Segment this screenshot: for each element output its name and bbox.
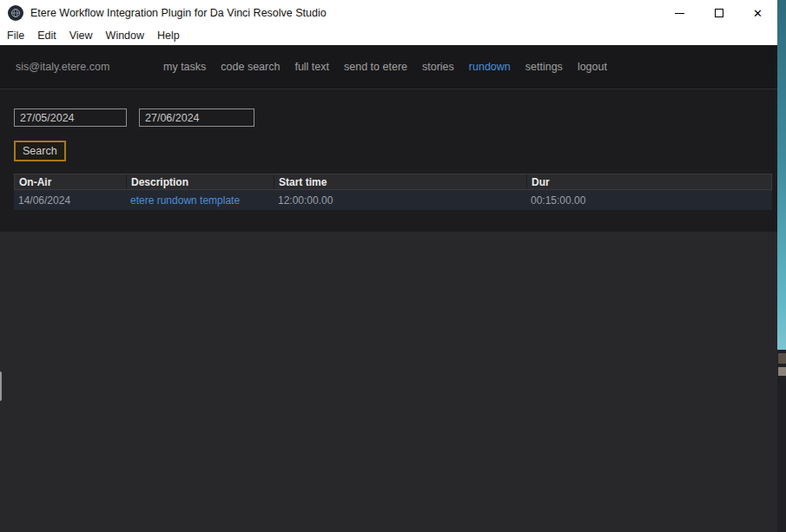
cell-dur: 00:15:00.00 bbox=[526, 194, 772, 207]
globe-icon bbox=[10, 8, 21, 18]
minimize-icon bbox=[675, 13, 684, 14]
menu-help[interactable]: Help bbox=[157, 30, 180, 42]
maximize-button[interactable] bbox=[699, 0, 738, 26]
menu-bar: File Edit View Window Help bbox=[0, 26, 777, 45]
nav-item-settings[interactable]: settings bbox=[525, 61, 563, 73]
background-window-fragment bbox=[778, 353, 786, 364]
date-from-input[interactable] bbox=[14, 108, 127, 127]
date-filter-row bbox=[14, 108, 777, 127]
column-header-on-air[interactable]: On-Air bbox=[15, 174, 127, 189]
close-icon: ✕ bbox=[753, 8, 763, 19]
nav-item-code-search[interactable]: code search bbox=[221, 61, 280, 73]
background-window-fragment bbox=[778, 367, 786, 376]
search-button[interactable]: Search bbox=[14, 141, 66, 161]
column-header-dur[interactable]: Dur bbox=[527, 174, 771, 189]
nav-item-full-text[interactable]: full text bbox=[294, 61, 329, 73]
date-to-input[interactable] bbox=[139, 108, 254, 127]
user-email-label: sis@italy.etere.com bbox=[16, 61, 109, 73]
cell-on-air: 14/06/2024 bbox=[14, 194, 126, 207]
empty-content-area bbox=[0, 232, 777, 532]
background-window-artifact bbox=[0, 371, 2, 401]
rundown-table: On-Air Description Start time Dur 14/06/… bbox=[14, 174, 772, 211]
title-bar: Etere Workflow Integration Plugin for Da… bbox=[0, 0, 777, 26]
menu-view[interactable]: View bbox=[69, 30, 93, 42]
menu-edit[interactable]: Edit bbox=[37, 30, 56, 42]
nav-item-logout[interactable]: logout bbox=[578, 61, 607, 73]
background-window-sliver bbox=[777, 0, 786, 532]
cell-start-time: 12:00:00.00 bbox=[274, 194, 526, 207]
screenshot-root: Etere Workflow Integration Plugin for Da… bbox=[0, 0, 786, 532]
rundown-template-link[interactable]: etere rundown template bbox=[130, 194, 240, 207]
window-controls: ✕ bbox=[660, 0, 777, 26]
app-icon bbox=[8, 5, 23, 21]
app-window: Etere Workflow Integration Plugin for Da… bbox=[0, 0, 777, 532]
minimize-button[interactable] bbox=[660, 0, 699, 26]
nav-item-stories[interactable]: stories bbox=[422, 61, 454, 73]
maximize-icon bbox=[715, 9, 723, 17]
nav-item-my-tasks[interactable]: my tasks bbox=[163, 61, 206, 73]
nav-links: my tasks code search full text send to e… bbox=[163, 61, 607, 73]
column-header-description[interactable]: Description bbox=[127, 174, 274, 189]
menu-file[interactable]: File bbox=[7, 30, 24, 42]
close-button[interactable]: ✕ bbox=[738, 0, 777, 26]
background-window-teal-area bbox=[777, 0, 786, 350]
table-header-row: On-Air Description Start time Dur bbox=[14, 174, 772, 190]
nav-item-rundown[interactable]: rundown bbox=[469, 61, 511, 73]
window-title: Etere Workflow Integration Plugin for Da… bbox=[30, 7, 660, 19]
cell-description: etere rundown template bbox=[126, 194, 274, 207]
table-row[interactable]: 14/06/2024 etere rundown template 12:00:… bbox=[14, 190, 772, 211]
nav-item-send-to-etere[interactable]: send to etere bbox=[344, 61, 407, 73]
column-header-start-time[interactable]: Start time bbox=[274, 174, 527, 189]
nav-bar: sis@italy.etere.com my tasks code search… bbox=[0, 45, 777, 89]
menu-window[interactable]: Window bbox=[106, 30, 144, 42]
rundown-panel: Search On-Air Description Start time Dur… bbox=[0, 89, 777, 232]
